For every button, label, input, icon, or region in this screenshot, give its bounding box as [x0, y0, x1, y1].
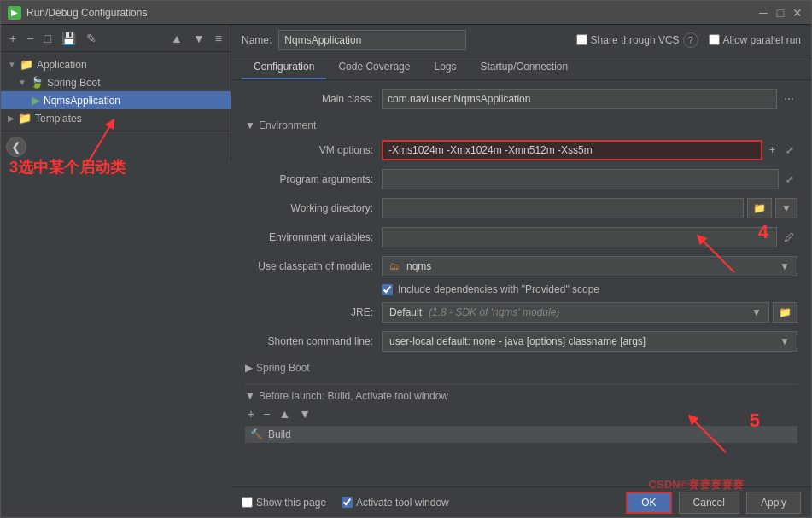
jre-detail: (1.8 - SDK of 'nqms' module) [429, 306, 559, 318]
jre-label: JRE: [245, 306, 382, 318]
move-up-button[interactable]: ▲ [167, 30, 186, 47]
working-dir-control: 📁 ▼ [382, 198, 797, 218]
add-before-launch[interactable]: + [245, 407, 257, 421]
share-vcs-checkbox[interactable] [576, 34, 587, 45]
jre-control: Default (1.8 - SDK of 'nqms' module) ▼ 📁 [382, 302, 797, 323]
parallel-run-checkbox[interactable] [709, 34, 720, 45]
edit-config-button[interactable]: ✎ [83, 30, 100, 47]
run-debug-dialog: ▶ Run/Debug Configurations ─ □ ✕ + − □ 💾… [0, 0, 812, 518]
parallel-run-label[interactable]: Allow parallel run [709, 34, 801, 46]
environment-section[interactable]: ▼ Environment [245, 116, 797, 135]
minimize-button[interactable]: ─ [757, 6, 770, 20]
ok-button[interactable]: OK [626, 492, 671, 514]
before-launch-toolbar: + − ▲ ▼ [245, 407, 797, 421]
config-header: Name: Share through VCS ? Allow parallel… [231, 25, 811, 55]
activate-tool-text: Activate tool window [356, 497, 449, 509]
move-down-button[interactable]: ▼ [190, 30, 208, 47]
share-vcs-help[interactable]: ? [683, 32, 698, 48]
copy-config-button[interactable]: □ [40, 30, 54, 47]
tab-startup-connection[interactable]: Startup/Connection [468, 55, 580, 79]
shorten-dropdown[interactable]: user-local default: none - java [options… [382, 331, 797, 352]
dialog-icon: ▶ [8, 6, 21, 20]
main-class-label: Main class: [245, 93, 382, 105]
working-dir-input[interactable] [382, 198, 744, 218]
folder-icon-templates: 📁 [18, 112, 32, 125]
tab-code-coverage[interactable]: Code Coverage [326, 55, 422, 79]
env-vars-input[interactable] [382, 227, 777, 247]
jre-dropdown[interactable]: Default (1.8 - SDK of 'nqms' module) ▼ [382, 302, 769, 323]
vm-options-row: VM options: + ⤢ [245, 138, 797, 162]
sidebar: + − □ 💾 ✎ ▲ ▼ ≡ ▼ 📁 Application [1, 25, 231, 162]
module-icon: 🗂 [389, 260, 400, 272]
before-launch-section: ▼ Before launch: Build, Activate tool wi… [245, 384, 797, 443]
shorten-dropdown-arrow: ▼ [780, 335, 790, 347]
config-panel: Main class: ⋯ ▼ Environment VM options: [231, 80, 811, 486]
env-vars-row: Environment variables: 🖊 [245, 225, 797, 249]
spring-boot-label: Spring Boot [256, 362, 310, 374]
sidebar-item-label-application: Application [37, 59, 87, 71]
remove-before-launch[interactable]: − [260, 407, 272, 421]
save-config-button[interactable]: 💾 [58, 30, 79, 47]
close-button[interactable]: ✕ [791, 6, 804, 20]
working-dir-browse[interactable]: 📁 [747, 198, 772, 218]
expand-arrow-application: ▼ [8, 60, 16, 69]
program-args-input[interactable] [382, 169, 779, 189]
working-dir-dropdown[interactable]: ▼ [775, 198, 797, 218]
apply-button[interactable]: Apply [746, 492, 801, 514]
main-class-input[interactable] [382, 89, 777, 109]
dialog-title: Run/Debug Configurations [26, 7, 757, 19]
module-dropdown[interactable]: 🗂 nqms ▼ [382, 256, 797, 276]
include-deps-label: Include dependencies with "Provided" sco… [398, 283, 599, 295]
right-panel: Name: Share through VCS ? Allow parallel… [231, 25, 811, 517]
share-vcs-label[interactable]: Share through VCS ? [576, 32, 698, 48]
vm-fullscreen-button[interactable]: ⤢ [782, 143, 797, 158]
main-class-browse-button[interactable]: ⋯ [780, 91, 797, 107]
include-deps-checkbox[interactable] [382, 284, 393, 295]
before-launch-header[interactable]: ▼ Before launch: Build, Activate tool wi… [245, 390, 797, 402]
name-input[interactable] [278, 30, 466, 50]
move-down-before-launch[interactable]: ▼ [296, 407, 313, 421]
right-wrapper: 4 5 Name: [231, 25, 811, 517]
show-page-checkbox[interactable] [242, 497, 253, 508]
expand-arrow-templates: ▶ [8, 113, 15, 123]
vm-options-control: + ⤢ [382, 140, 797, 160]
vm-expand-button[interactable]: + [766, 143, 779, 158]
spring-arrow: ▶ [245, 362, 253, 374]
activate-tool-checkbox[interactable] [342, 497, 353, 508]
spring-boot-header[interactable]: ▶ Spring Boot [245, 358, 797, 377]
move-up-before-launch[interactable]: ▲ [276, 407, 293, 421]
collapse-sidebar-button[interactable]: ❮ [6, 137, 26, 157]
sidebar-item-label-nqms: NqmsApplication [44, 95, 120, 107]
shorten-row: Shorten command line: user-local default… [245, 329, 797, 353]
config-tree: ▼ 📁 Application ▼ 🍃 Spring Boot ▶ NqmsAp… [1, 52, 231, 131]
sidebar-item-nqms-application[interactable]: ▶ NqmsApplication [1, 91, 231, 109]
folder-icon-application: 📁 [20, 58, 33, 71]
vm-options-input[interactable] [382, 140, 762, 160]
show-page-label[interactable]: Show this page [242, 497, 326, 509]
cancel-button[interactable]: Cancel [679, 492, 739, 514]
jre-row: JRE: Default (1.8 - SDK of 'nqms' module… [245, 300, 797, 324]
sidebar-toolbar: + − □ 💾 ✎ ▲ ▼ ≡ [1, 25, 231, 52]
tab-configuration[interactable]: Configuration [242, 55, 326, 79]
activate-tool-label[interactable]: Activate tool window [342, 497, 449, 509]
sidebar-item-spring-boot[interactable]: ▼ 🍃 Spring Boot [1, 73, 231, 91]
sidebar-item-application[interactable]: ▼ 📁 Application [1, 55, 231, 73]
footer-buttons: OK Cancel Apply [626, 492, 801, 514]
tab-logs[interactable]: Logs [422, 55, 468, 79]
header-options: Share through VCS ? Allow parallel run [576, 32, 801, 48]
maximize-button[interactable]: □ [774, 6, 787, 20]
shorten-value: user-local default: none - java [options… [389, 335, 646, 347]
sort-button[interactable]: ≡ [212, 30, 225, 47]
expand-arrow-springboot: ▼ [18, 78, 26, 87]
add-config-button[interactable]: + [6, 30, 20, 47]
module-row: Use classpath of module: 🗂 nqms ▼ [245, 254, 797, 278]
program-args-expand[interactable]: ⤢ [782, 172, 797, 187]
sidebar-item-templates[interactable]: ▶ 📁 Templates [1, 109, 231, 127]
jre-browse[interactable]: 📁 [773, 302, 797, 323]
module-value: nqms [406, 260, 431, 272]
shorten-control: user-local default: none - java [options… [382, 331, 797, 352]
sidebar-item-label-spring-boot: Spring Boot [47, 77, 101, 89]
remove-config-button[interactable]: − [23, 30, 37, 47]
env-vars-edit[interactable]: 🖊 [780, 230, 797, 245]
before-launch-label: Before launch: Build, Activate tool wind… [259, 390, 448, 402]
